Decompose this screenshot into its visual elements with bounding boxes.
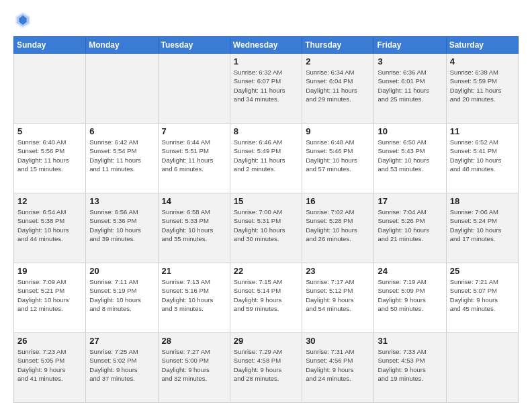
day-number: 2 xyxy=(306,56,370,66)
day-number: 19 xyxy=(17,266,82,276)
day-info: Sunrise: 6:32 AM Sunset: 6:07 PM Dayligh… xyxy=(234,68,298,103)
day-number: 3 xyxy=(378,56,442,66)
day-info: Sunrise: 6:54 AM Sunset: 5:38 PM Dayligh… xyxy=(17,208,82,243)
day-info: Sunrise: 7:33 AM Sunset: 4:53 PM Dayligh… xyxy=(378,347,442,383)
header xyxy=(13,11,519,30)
calendar-cell: 13Sunrise: 6:56 AM Sunset: 5:36 PM Dayli… xyxy=(86,193,158,263)
calendar-cell: 7Sunrise: 6:44 AM Sunset: 5:51 PM Daylig… xyxy=(158,124,230,193)
calendar-cell: 29Sunrise: 7:29 AM Sunset: 4:58 PM Dayli… xyxy=(230,333,302,403)
calendar-cell xyxy=(86,54,158,124)
weekday-header-saturday: Saturday xyxy=(446,37,518,54)
calendar-week-row: 1Sunrise: 6:32 AM Sunset: 6:07 PM Daylig… xyxy=(14,54,519,124)
calendar-table: SundayMondayTuesdayWednesdayThursdayFrid… xyxy=(13,36,519,403)
day-info: Sunrise: 6:50 AM Sunset: 5:43 PM Dayligh… xyxy=(378,138,442,173)
day-info: Sunrise: 7:31 AM Sunset: 4:56 PM Dayligh… xyxy=(306,347,370,383)
calendar-cell: 9Sunrise: 6:48 AM Sunset: 5:46 PM Daylig… xyxy=(302,124,374,193)
day-number: 12 xyxy=(17,196,82,206)
day-number: 31 xyxy=(378,336,442,346)
calendar-cell: 26Sunrise: 7:23 AM Sunset: 5:05 PM Dayli… xyxy=(14,333,86,403)
day-number: 17 xyxy=(378,196,442,206)
day-info: Sunrise: 6:38 AM Sunset: 5:59 PM Dayligh… xyxy=(450,68,515,103)
day-info: Sunrise: 6:56 AM Sunset: 5:36 PM Dayligh… xyxy=(89,208,154,243)
calendar-cell: 28Sunrise: 7:27 AM Sunset: 5:00 PM Dayli… xyxy=(158,333,230,403)
weekday-header-sunday: Sunday xyxy=(14,37,86,54)
day-number: 16 xyxy=(306,196,370,206)
day-number: 9 xyxy=(306,126,370,136)
day-info: Sunrise: 7:27 AM Sunset: 5:00 PM Dayligh… xyxy=(162,347,226,383)
calendar-cell: 21Sunrise: 7:13 AM Sunset: 5:16 PM Dayli… xyxy=(158,263,230,333)
day-number: 11 xyxy=(450,126,515,136)
calendar-cell xyxy=(158,54,230,124)
calendar-cell: 17Sunrise: 7:04 AM Sunset: 5:26 PM Dayli… xyxy=(374,193,446,263)
calendar-cell: 18Sunrise: 7:06 AM Sunset: 5:24 PM Dayli… xyxy=(446,193,518,263)
calendar-cell: 25Sunrise: 7:21 AM Sunset: 5:07 PM Dayli… xyxy=(446,263,518,333)
day-info: Sunrise: 6:48 AM Sunset: 5:46 PM Dayligh… xyxy=(306,138,370,173)
day-info: Sunrise: 7:17 AM Sunset: 5:12 PM Dayligh… xyxy=(306,277,370,313)
day-info: Sunrise: 6:40 AM Sunset: 5:56 PM Dayligh… xyxy=(17,138,82,173)
calendar-cell: 10Sunrise: 6:50 AM Sunset: 5:43 PM Dayli… xyxy=(374,124,446,193)
calendar-cell: 8Sunrise: 6:46 AM Sunset: 5:49 PM Daylig… xyxy=(230,124,302,193)
day-number: 26 xyxy=(17,336,82,346)
calendar-cell: 20Sunrise: 7:11 AM Sunset: 5:19 PM Dayli… xyxy=(86,263,158,333)
day-info: Sunrise: 6:58 AM Sunset: 5:33 PM Dayligh… xyxy=(162,208,226,243)
day-number: 4 xyxy=(450,56,515,66)
day-info: Sunrise: 6:36 AM Sunset: 6:01 PM Dayligh… xyxy=(378,68,442,103)
calendar-week-row: 5Sunrise: 6:40 AM Sunset: 5:56 PM Daylig… xyxy=(14,124,519,193)
day-number: 28 xyxy=(162,336,226,346)
day-number: 30 xyxy=(306,336,370,346)
day-info: Sunrise: 6:34 AM Sunset: 6:04 PM Dayligh… xyxy=(306,68,370,103)
day-info: Sunrise: 7:00 AM Sunset: 5:31 PM Dayligh… xyxy=(234,208,298,243)
calendar-cell: 24Sunrise: 7:19 AM Sunset: 5:09 PM Dayli… xyxy=(374,263,446,333)
day-number: 14 xyxy=(162,196,226,206)
calendar-cell: 14Sunrise: 6:58 AM Sunset: 5:33 PM Dayli… xyxy=(158,193,230,263)
calendar-cell: 4Sunrise: 6:38 AM Sunset: 5:59 PM Daylig… xyxy=(446,54,518,124)
day-info: Sunrise: 7:11 AM Sunset: 5:19 PM Dayligh… xyxy=(89,277,154,313)
day-info: Sunrise: 7:25 AM Sunset: 5:02 PM Dayligh… xyxy=(89,347,154,383)
calendar-week-row: 12Sunrise: 6:54 AM Sunset: 5:38 PM Dayli… xyxy=(14,193,519,263)
calendar-cell: 19Sunrise: 7:09 AM Sunset: 5:21 PM Dayli… xyxy=(14,263,86,333)
logo xyxy=(13,11,36,30)
day-info: Sunrise: 7:15 AM Sunset: 5:14 PM Dayligh… xyxy=(234,277,298,313)
calendar-cell: 2Sunrise: 6:34 AM Sunset: 6:04 PM Daylig… xyxy=(302,54,374,124)
calendar-cell xyxy=(446,333,518,403)
day-info: Sunrise: 6:44 AM Sunset: 5:51 PM Dayligh… xyxy=(162,138,226,173)
calendar-cell: 31Sunrise: 7:33 AM Sunset: 4:53 PM Dayli… xyxy=(374,333,446,403)
day-number: 22 xyxy=(234,266,298,276)
weekday-header-friday: Friday xyxy=(374,37,446,54)
weekday-header-monday: Monday xyxy=(86,37,158,54)
calendar-cell: 22Sunrise: 7:15 AM Sunset: 5:14 PM Dayli… xyxy=(230,263,302,333)
calendar-cell: 23Sunrise: 7:17 AM Sunset: 5:12 PM Dayli… xyxy=(302,263,374,333)
day-number: 15 xyxy=(234,196,298,206)
page: SundayMondayTuesdayWednesdayThursdayFrid… xyxy=(0,0,532,411)
calendar-cell: 6Sunrise: 6:42 AM Sunset: 5:54 PM Daylig… xyxy=(86,124,158,193)
day-info: Sunrise: 7:19 AM Sunset: 5:09 PM Dayligh… xyxy=(378,277,442,313)
weekday-header-row: SundayMondayTuesdayWednesdayThursdayFrid… xyxy=(14,37,519,54)
day-number: 27 xyxy=(89,336,154,346)
weekday-header-wednesday: Wednesday xyxy=(230,37,302,54)
logo-icon xyxy=(13,11,32,30)
day-number: 8 xyxy=(234,126,298,136)
calendar-cell: 11Sunrise: 6:52 AM Sunset: 5:41 PM Dayli… xyxy=(446,124,518,193)
day-number: 10 xyxy=(378,126,442,136)
calendar-cell: 12Sunrise: 6:54 AM Sunset: 5:38 PM Dayli… xyxy=(14,193,86,263)
day-number: 25 xyxy=(450,266,515,276)
day-info: Sunrise: 6:52 AM Sunset: 5:41 PM Dayligh… xyxy=(450,138,515,173)
calendar-cell: 16Sunrise: 7:02 AM Sunset: 5:28 PM Dayli… xyxy=(302,193,374,263)
day-number: 1 xyxy=(234,56,298,66)
day-info: Sunrise: 7:29 AM Sunset: 4:58 PM Dayligh… xyxy=(234,347,298,383)
calendar-cell: 3Sunrise: 6:36 AM Sunset: 6:01 PM Daylig… xyxy=(374,54,446,124)
calendar-cell: 1Sunrise: 6:32 AM Sunset: 6:07 PM Daylig… xyxy=(230,54,302,124)
day-number: 18 xyxy=(450,196,515,206)
weekday-header-tuesday: Tuesday xyxy=(158,37,230,54)
day-number: 7 xyxy=(162,126,226,136)
day-number: 23 xyxy=(306,266,370,276)
calendar-week-row: 26Sunrise: 7:23 AM Sunset: 5:05 PM Dayli… xyxy=(14,333,519,403)
day-info: Sunrise: 6:42 AM Sunset: 5:54 PM Dayligh… xyxy=(89,138,154,173)
day-info: Sunrise: 7:21 AM Sunset: 5:07 PM Dayligh… xyxy=(450,277,515,313)
calendar-cell: 5Sunrise: 6:40 AM Sunset: 5:56 PM Daylig… xyxy=(14,124,86,193)
calendar-week-row: 19Sunrise: 7:09 AM Sunset: 5:21 PM Dayli… xyxy=(14,263,519,333)
day-number: 29 xyxy=(234,336,298,346)
calendar-cell: 15Sunrise: 7:00 AM Sunset: 5:31 PM Dayli… xyxy=(230,193,302,263)
day-info: Sunrise: 7:23 AM Sunset: 5:05 PM Dayligh… xyxy=(17,347,82,383)
day-number: 24 xyxy=(378,266,442,276)
